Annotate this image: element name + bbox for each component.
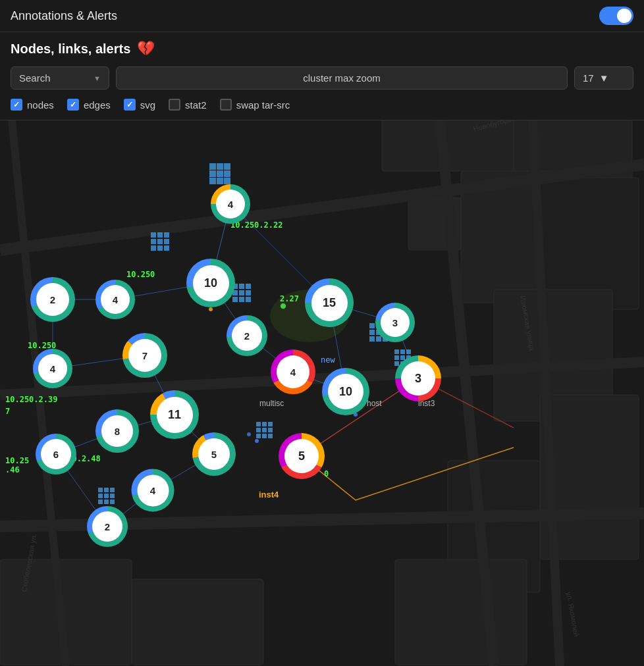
checkbox-nodes-box[interactable] [11,99,22,111]
cluster-label-c1: 4 [216,190,245,218]
annotations-toggle[interactable] [599,7,633,25]
checkboxes-row: nodes edges svg stat2 swap tar-src [11,99,633,111]
checkbox-svg-label: svg [140,99,155,111]
cluster-c5[interactable]: 15 [305,278,354,327]
cluster-label-c8: 7 [128,339,161,372]
cluster-label-c7: 2 [232,320,262,351]
cluster-c8[interactable]: 7 [122,333,167,378]
cluster-c10[interactable]: 4 [271,349,315,394]
cluster-c18[interactable]: 4 [132,469,174,512]
cluster-label-c13: 11 [157,397,193,433]
checkbox-stat2-box[interactable] [169,99,180,111]
cluster-label-c18: 4 [137,474,169,506]
annotations-label: Annotations & Alerts [11,9,117,23]
cluster-c19[interactable]: 2 [87,506,128,547]
checkbox-edges-box[interactable] [67,99,79,111]
panel-title: Nodes, links, alerts 💔 [11,40,633,57]
checkbox-edges[interactable]: edges [67,99,111,111]
cluster-label-c17: 5 [284,439,319,473]
cluster-label-c15: 6 [41,439,71,469]
cluster-label-c14: 8 [101,415,133,447]
checkbox-svg[interactable]: svg [124,99,155,111]
cluster-c7[interactable]: 2 [227,315,267,356]
search-dropdown[interactable]: Search ▼ [11,66,109,90]
cluster-label-c3: 4 [101,285,130,314]
controls-row: Search ▼ cluster max zoom 17 ▼ [11,66,633,90]
zoom-dropdown[interactable]: 17 ▼ [574,66,633,90]
checkbox-swap[interactable]: swap tar-src [220,99,290,111]
cluster-label-c9: 4 [38,354,67,383]
cluster-label-c12: 3 [401,361,435,396]
cluster-label-c5: 15 [311,285,348,321]
cluster-label-c11: 10 [328,374,363,409]
checkbox-stat2-label: stat2 [185,99,207,111]
checkbox-svg-box[interactable] [124,99,136,111]
cluster-c2[interactable]: 2 [30,277,75,322]
cluster-c6[interactable]: 3 [375,303,415,342]
cluster-c1[interactable]: 4 [211,184,250,224]
cluster-c11[interactable]: 10 [322,368,369,415]
cluster-c3[interactable]: 4 [95,280,135,319]
checkbox-stat2[interactable]: stat2 [169,99,207,111]
search-arrow-icon: ▼ [94,74,101,82]
panel-title-text: Nodes, links, alerts [11,41,130,57]
cluster-label-c10: 4 [277,355,309,388]
cluster-c4[interactable]: 10 [186,259,235,307]
zoom-value: 17 [583,72,594,84]
search-label: Search [19,72,51,84]
cluster-c9[interactable]: 4 [33,349,72,388]
checkbox-edges-label: edges [84,99,111,111]
cluster-c13[interactable]: 11 [150,390,199,439]
cluster-c15[interactable]: 6 [36,434,76,474]
cluster-label-c2: 2 [36,283,69,316]
zoom-arrow-icon: ▼ [599,72,609,84]
cluster-label-c4: 10 [193,265,229,301]
cluster-label-c6: 3 [381,308,410,337]
control-panel: Nodes, links, alerts 💔 Search ▼ cluster … [0,32,644,120]
cluster-c12[interactable]: 3 [395,355,441,401]
cluster-label-c19: 2 [92,511,122,542]
cluster-c17[interactable]: 5 [279,433,325,479]
overlay-panel: Annotations & Alerts Nodes, links, alert… [0,0,644,120]
cluster-max-zoom-label: cluster max zoom [116,66,568,90]
checkbox-nodes[interactable]: nodes [11,99,54,111]
cluster-label-c16: 5 [198,438,230,470]
checkbox-swap-label: swap tar-src [236,99,290,111]
checkbox-nodes-label: nodes [27,99,54,111]
cluster-c14[interactable]: 8 [95,409,139,453]
cluster-c16[interactable]: 5 [192,432,236,476]
heart-broken-icon: 💔 [137,40,155,57]
top-bar: Annotations & Alerts [0,0,644,32]
checkbox-swap-box[interactable] [220,99,232,111]
